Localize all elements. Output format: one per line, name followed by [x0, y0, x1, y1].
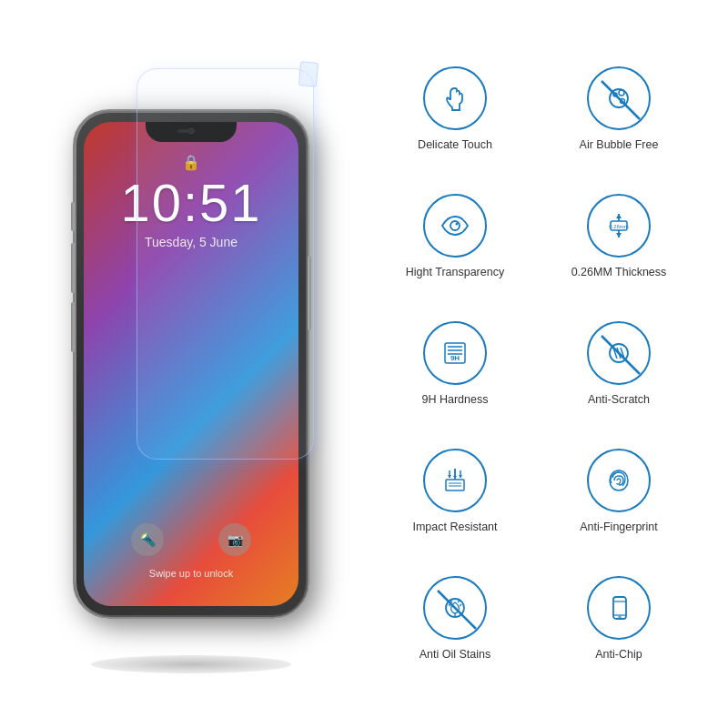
flashlight-icon: 🔦: [131, 523, 164, 556]
air-bubble-icon-circle: [587, 66, 651, 130]
svg-marker-29: [459, 475, 462, 478]
impact-label: Impact Resistant: [412, 520, 497, 534]
svg-line-4: [602, 81, 640, 119]
side-button-vol-down: [71, 302, 75, 352]
feature-anti-fingerprint: Anti-Fingerprint: [555, 449, 682, 534]
fingerprint-icon-circle: [587, 449, 651, 512]
features-section: Delicate Touch Air Bubble Free: [364, 27, 710, 701]
feature-impact-resistant: Impact Resistant: [391, 449, 519, 534]
feature-anti-oil: Anti Oil Stains: [391, 576, 519, 662]
impact-icon-circle: [423, 449, 487, 512]
thickness-icon: 0.26mm: [602, 208, 636, 243]
svg-point-6: [456, 222, 459, 225]
svg-marker-8: [616, 214, 622, 218]
svg-text:9H: 9H: [450, 354, 460, 362]
svg-point-5: [450, 221, 460, 230]
side-button-mute: [71, 202, 75, 231]
no-symbol-line: [588, 67, 653, 133]
anti-oil-icon-circle: [423, 576, 487, 640]
feature-anti-chip: Anti-Chip: [555, 576, 682, 662]
svg-marker-27: [453, 476, 457, 479]
9h-hardness-label: 9H Hardness: [422, 392, 489, 407]
fingerprint-icon: [602, 463, 636, 498]
feature-thickness: 0.26mm 0.26MM Thickness: [555, 194, 682, 279]
camera-icon: 📷: [218, 523, 251, 556]
anti-fingerprint-label: Anti-Fingerprint: [580, 520, 657, 534]
chip-icon: [602, 591, 636, 625]
anti-chip-icon-circle: [587, 576, 651, 640]
touch-icon: [438, 81, 472, 116]
thickness-icon-circle: 0.26mm: [587, 194, 651, 258]
anti-scratch-icon-circle: [587, 321, 651, 385]
transparency-label: Hight Transparency: [406, 265, 504, 279]
svg-text:0.26mm: 0.26mm: [609, 224, 629, 229]
9h-hardness-icon: 9H: [438, 336, 472, 370]
feature-9h-hardness: 9H 9H Hardness: [391, 321, 519, 407]
anti-chip-label: Anti-Chip: [595, 647, 642, 662]
delicate-touch-label: Delicate Touch: [418, 137, 492, 152]
svg-line-38: [438, 591, 476, 629]
delicate-touch-icon-circle: [423, 66, 487, 130]
svg-marker-25: [448, 475, 451, 478]
svg-point-42: [619, 616, 621, 618]
svg-line-21: [602, 336, 640, 374]
impact-icon: [438, 463, 472, 498]
feature-transparency: Hight Transparency: [391, 194, 519, 279]
no-symbol-scratch: [588, 322, 653, 388]
anti-scratch-label: Anti-Scratch: [588, 392, 650, 407]
9h-icon-circle: 9H: [423, 321, 487, 385]
transparency-icon-circle: [423, 194, 487, 258]
feature-air-bubble-free: Air Bubble Free: [555, 66, 682, 152]
bottom-icons: 🔦 📷: [131, 523, 251, 556]
anti-oil-label: Anti Oil Stains: [420, 647, 491, 662]
phone-shadow: [91, 655, 291, 673]
thickness-label: 0.26MM Thickness: [571, 265, 667, 279]
screen-protector: [136, 68, 314, 460]
main-container: 🔒 10:51 Tuesday, 5 June 🔦 📷 Swipe up to …: [0, 0, 728, 728]
side-button-vol-up: [71, 243, 75, 293]
air-bubble-label: Air Bubble Free: [580, 137, 659, 152]
feature-delicate-touch: Delicate Touch: [391, 66, 519, 152]
eye-icon: [438, 208, 472, 243]
feature-anti-scratch: Anti-Scratch: [555, 321, 682, 407]
svg-rect-22: [446, 480, 464, 490]
no-symbol-oil: [424, 577, 490, 642]
svg-marker-9: [616, 233, 622, 238]
phone-section: 🔒 10:51 Tuesday, 5 June 🔦 📷 Swipe up to …: [18, 27, 364, 701]
swipe-text: Swipe up to unlock: [149, 568, 233, 579]
